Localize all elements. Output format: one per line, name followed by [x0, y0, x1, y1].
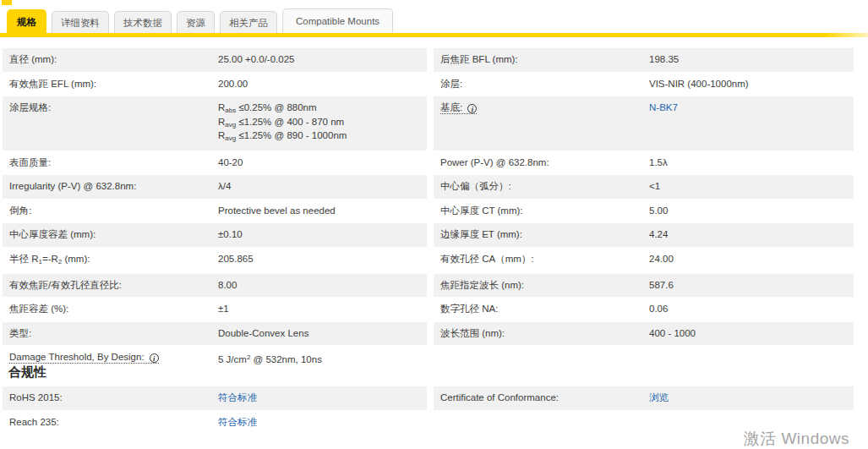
spec-row: 半径 R1=-R2 (mm):205.865有效孔径 CA（mm）:24.00: [3, 248, 854, 273]
spec-half-right: 涂层:VIS-NIR (400-1000nm): [434, 73, 854, 96]
cut-off-yellow-element: [2, 0, 12, 5]
tab-specs[interactable]: 规格: [7, 9, 46, 33]
spec-value: VIS-NIR (400-1000nm): [649, 73, 854, 96]
spec-label: 焦距指定波长 (nm):: [434, 274, 649, 298]
spec-half-left: Reach 235:符合标准: [3, 411, 427, 435]
tab-accent-bar: [0, 33, 868, 37]
info-icon[interactable]: i: [467, 104, 477, 113]
spec-value: 符合标准: [218, 386, 427, 410]
spec-label: 直径 (mm):: [3, 48, 218, 72]
spec-row: 焦距容差 (%):±1数字孔径 NA:0.06: [3, 298, 854, 321]
spec-value: 25.00 +0.0/-0.025: [218, 48, 427, 72]
spec-label: RoHS 2015:: [3, 386, 218, 410]
spec-value: 200.00: [218, 73, 427, 96]
spec-label: [434, 411, 649, 435]
spec-half-left: 有效焦距/有效孔径直径比:8.00: [3, 274, 427, 298]
tab-details[interactable]: 详细资料: [52, 11, 109, 33]
info-icon[interactable]: i: [150, 353, 159, 363]
spec-value: 0.06: [649, 298, 854, 321]
spec-value: [649, 346, 854, 372]
spec-half-left: 半径 R1=-R2 (mm):205.865: [3, 248, 427, 273]
spec-value: 5 J/cm2 @ 532nm, 10ns: [218, 346, 427, 372]
spec-value: ±0.10: [218, 223, 427, 247]
compliance-table: RoHS 2015:符合标准Certificate of Conformance…: [3, 386, 854, 435]
spec-value: 205.865: [218, 248, 427, 273]
spec-label: [434, 346, 649, 372]
substrate-material-link[interactable]: N-BK7: [649, 102, 678, 112]
spec-row: RoHS 2015:符合标准Certificate of Conformance…: [3, 386, 854, 410]
spec-half-left: Damage Threshold, By Design: i5 J/cm2 @ …: [3, 346, 427, 372]
spec-half-right: Power (P-V) @ 632.8nm:1.5λ: [434, 151, 854, 175]
spec-label: Certificate of Conformance:: [434, 386, 649, 410]
spec-half-left: 焦距容差 (%):±1: [3, 298, 427, 321]
spec-value: Double-Convex Lens: [218, 322, 427, 346]
spec-row: 有效焦距/有效孔径直径比:8.00焦距指定波长 (nm):587.6: [3, 274, 854, 298]
spec-half-left: 中心厚度容差 (mm):±0.10: [3, 223, 427, 247]
tab-compatible-mounts[interactable]: Compatible Mounts: [282, 8, 393, 33]
spec-half-left: 类型:Double-Convex Lens: [3, 322, 427, 346]
spec-value: N-BK7: [649, 96, 854, 151]
spec-label: 涂层规格:: [3, 96, 218, 151]
tab-bar: 规格详细资料技术数据资源相关产品Compatible Mounts: [7, 8, 393, 33]
spec-row: 中心厚度容差 (mm):±0.10边缘厚度 ET (mm):4.24: [3, 223, 854, 247]
spec-value: 符合标准: [218, 411, 427, 435]
spec-label: 类型:: [3, 322, 218, 346]
spec-value: 400 - 1000: [649, 322, 854, 346]
spec-label: Reach 235:: [3, 411, 218, 435]
spec-value: λ/4: [218, 175, 427, 199]
spec-label: 半径 R1=-R2 (mm):: [3, 248, 218, 273]
spec-label: Power (P-V) @ 632.8nm:: [434, 151, 649, 175]
spec-value: Protective bevel as needed: [218, 200, 427, 223]
spec-half-right: 中心厚度 CT (mm):5.00: [434, 200, 854, 223]
spec-half-left: 直径 (mm):25.00 +0.0/-0.025: [3, 48, 427, 72]
reach-compliance-link[interactable]: 符合标准: [218, 417, 257, 427]
spec-half-left: 表面质量:40-20: [3, 151, 427, 175]
spec-half-left: 倒角:Protective bevel as needed: [3, 200, 427, 223]
spec-label: 有效孔径 CA（mm）:: [434, 248, 649, 273]
spec-half-right: 波长范围 (nm):400 - 1000: [434, 322, 854, 346]
spec-value: Rabs ≤0.25% @ 880nmRavg ≤1.25% @ 400 - 8…: [218, 96, 427, 151]
spec-half-left: 有效焦距 EFL (mm):200.00: [3, 73, 427, 96]
spec-half-left: 涂层规格:Rabs ≤0.25% @ 880nmRavg ≤1.25% @ 40…: [3, 96, 427, 151]
certificate-browse-link[interactable]: 浏览: [649, 392, 669, 402]
tab-resources[interactable]: 资源: [177, 11, 215, 33]
spec-value: 浏览: [649, 386, 854, 410]
spec-row: 直径 (mm):25.00 +0.0/-0.025后焦距 BFL (mm):19…: [3, 48, 854, 72]
spec-label: 表面质量:: [3, 151, 218, 175]
spec-value: 198.35: [649, 48, 854, 72]
spec-value: 24.00: [649, 248, 854, 273]
spec-half-left: Irregularity (P-V) @ 632.8nm:λ/4: [3, 175, 427, 199]
tab-related-products[interactable]: 相关产品: [220, 11, 277, 33]
spec-label: 焦距容差 (%):: [3, 298, 218, 321]
spec-row: 倒角:Protective bevel as needed中心厚度 CT (mm…: [3, 200, 854, 223]
spec-label: 有效焦距 EFL (mm):: [3, 73, 218, 96]
spec-value: 4.24: [649, 223, 854, 247]
spec-half-right: 边缘厚度 ET (mm):4.24: [434, 223, 854, 247]
spec-value: 40-20: [218, 151, 427, 175]
spec-row: Reach 235:符合标准: [3, 411, 854, 435]
spec-half-right: 后焦距 BFL (mm):198.35: [434, 48, 854, 72]
spec-table: 直径 (mm):25.00 +0.0/-0.025后焦距 BFL (mm):19…: [3, 48, 854, 373]
spec-row: 类型:Double-Convex Lens波长范围 (nm):400 - 100…: [3, 322, 854, 346]
spec-half-right: [434, 346, 854, 372]
spec-half-right: 基底: iN-BK7: [434, 96, 854, 151]
spec-half-right: 有效孔径 CA（mm）:24.00: [434, 248, 854, 273]
spec-half-right: 数字孔径 NA:0.06: [434, 298, 854, 321]
spec-half-right: Certificate of Conformance:浏览: [434, 386, 854, 410]
spec-label: 波长范围 (nm):: [434, 322, 649, 346]
spec-row: Damage Threshold, By Design: i5 J/cm2 @ …: [3, 346, 854, 372]
spec-half-right: 焦距指定波长 (nm):587.6: [434, 274, 854, 298]
spec-value: <1: [649, 175, 854, 199]
tab-tech-data[interactable]: 技术数据: [114, 11, 172, 33]
spec-value: 1.5λ: [649, 151, 854, 175]
spec-half-left: RoHS 2015:符合标准: [3, 386, 427, 410]
spec-label: 数字孔径 NA:: [434, 298, 649, 321]
spec-label: 后焦距 BFL (mm):: [434, 48, 649, 72]
spec-value: ±1: [218, 298, 427, 321]
rohs-compliance-link[interactable]: 符合标准: [218, 392, 257, 402]
spec-label: 有效焦距/有效孔径直径比:: [3, 274, 218, 298]
spec-row: 表面质量:40-20Power (P-V) @ 632.8nm:1.5λ: [3, 151, 854, 175]
spec-row: Irregularity (P-V) @ 632.8nm:λ/4中心偏（弧分）:…: [3, 175, 854, 199]
spec-value: 587.6: [649, 274, 854, 298]
spec-label: 中心厚度容差 (mm):: [3, 223, 218, 247]
